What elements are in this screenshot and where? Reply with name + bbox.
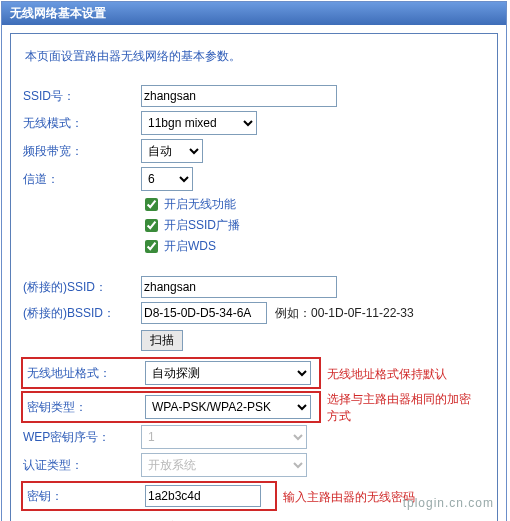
scan-button[interactable]: 扫描 xyxy=(141,330,183,351)
addr-format-note: 无线地址格式保持默认 xyxy=(327,366,447,383)
row-channel: 信道： 6 xyxy=(21,167,487,191)
key-input[interactable] xyxy=(145,485,261,507)
row-wep-index: WEP密钥序号： 1 xyxy=(21,425,487,449)
auth-type-label: 认证类型： xyxy=(21,457,141,474)
checkbox-enable-wifi[interactable]: 开启无线功能 xyxy=(141,195,487,214)
panel-body: 本页面设置路由器无线网络的基本参数。 SSID号： 无线模式： 11bgn mi… xyxy=(10,33,498,521)
bridge-bssid-input[interactable] xyxy=(141,302,267,324)
enable-wifi-checkbox[interactable] xyxy=(145,198,158,211)
row-bridge-bssid: (桥接的)BSSID： 例如：00-1D-0F-11-22-33 xyxy=(21,302,487,324)
key-note: 输入主路由器的无线密码 xyxy=(283,489,415,506)
wep-index-select: 1 xyxy=(141,425,307,449)
row-ssid: SSID号： xyxy=(21,85,487,107)
key-type-label: 密钥类型： xyxy=(25,399,145,416)
ssid-label: SSID号： xyxy=(21,88,141,105)
intro-text: 本页面设置路由器无线网络的基本参数。 xyxy=(25,48,483,65)
enable-wds-label: 开启WDS xyxy=(164,238,216,255)
ssid-input[interactable] xyxy=(141,85,337,107)
main-panel: 无线网络基本设置 本页面设置路由器无线网络的基本参数。 SSID号： 无线模式：… xyxy=(1,1,507,521)
bridge-bssid-label: (桥接的)BSSID： xyxy=(21,305,141,322)
enable-wds-checkbox[interactable] xyxy=(145,240,158,253)
bssid-example: 例如：00-1D-0F-11-22-33 xyxy=(275,305,414,322)
row-mode: 无线模式： 11bgn mixed xyxy=(21,111,487,135)
enable-ssid-label: 开启SSID广播 xyxy=(164,217,240,234)
mode-select[interactable]: 11bgn mixed xyxy=(141,111,257,135)
watermark: tplogin.cn.com xyxy=(403,496,494,510)
row-key: 密钥： xyxy=(25,485,273,507)
key-type-select[interactable]: WPA-PSK/WPA2-PSK xyxy=(145,395,311,419)
panel-header: 无线网络基本设置 xyxy=(2,2,506,25)
channel-select[interactable]: 6 xyxy=(141,167,193,191)
enable-ssid-checkbox[interactable] xyxy=(145,219,158,232)
wep-index-label: WEP密钥序号： xyxy=(21,429,141,446)
checkbox-enable-ssid[interactable]: 开启SSID广播 xyxy=(141,216,487,235)
checkbox-enable-wds[interactable]: 开启WDS xyxy=(141,237,487,256)
channel-label: 信道： xyxy=(21,171,141,188)
bridge-ssid-input[interactable] xyxy=(141,276,337,298)
row-key-type: 密钥类型： WPA-PSK/WPA2-PSK xyxy=(25,395,317,419)
row-bandwidth: 频段带宽： 自动 xyxy=(21,139,487,163)
addr-format-select[interactable]: 自动探测 xyxy=(145,361,311,385)
mode-label: 无线模式： xyxy=(21,115,141,132)
key-type-note: 选择与主路由器相同的加密方式 xyxy=(327,391,477,425)
addr-format-label: 无线地址格式： xyxy=(25,365,145,382)
bandwidth-select[interactable]: 自动 xyxy=(141,139,203,163)
key-label: 密钥： xyxy=(25,488,145,505)
enable-wifi-label: 开启无线功能 xyxy=(164,196,236,213)
row-auth-type: 认证类型： 开放系统 xyxy=(21,453,487,477)
row-addr-format: 无线地址格式： 自动探测 xyxy=(25,361,317,385)
bridge-ssid-label: (桥接的)SSID： xyxy=(21,279,141,296)
auth-type-select: 开放系统 xyxy=(141,453,307,477)
row-bridge-ssid: (桥接的)SSID： xyxy=(21,276,487,298)
bandwidth-label: 频段带宽： xyxy=(21,143,141,160)
